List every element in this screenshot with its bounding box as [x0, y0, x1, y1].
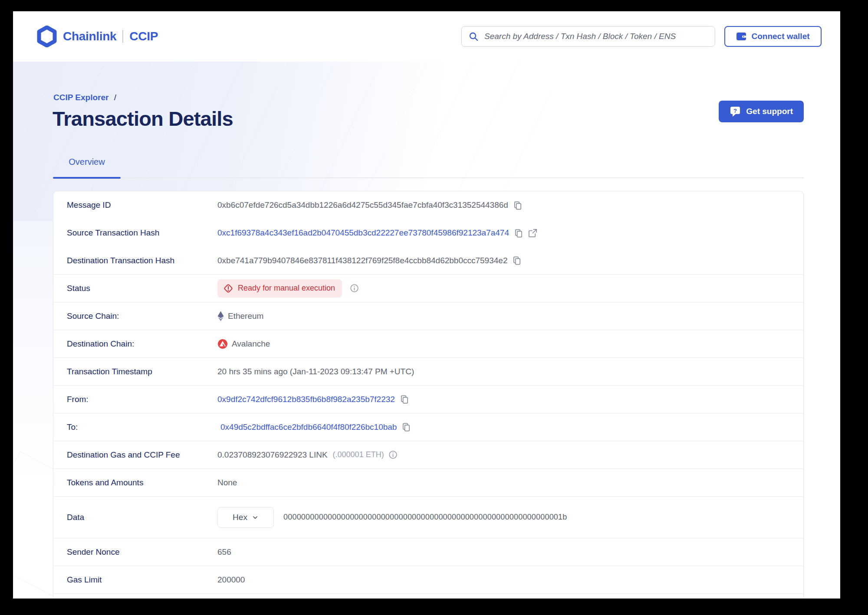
row-label: Status — [67, 284, 217, 293]
fee-link-amount: 0.023708923076922923 LINK — [217, 450, 328, 460]
source-chain-name: Ethereum — [228, 311, 263, 321]
tab-bar: Overview — [53, 154, 804, 178]
source-chain-value: Ethereum — [217, 311, 263, 321]
tokens-and-amounts-value: None — [217, 478, 237, 487]
row-source-chain: Source Chain: Ethereum — [53, 302, 803, 330]
copy-icon[interactable] — [513, 200, 523, 210]
destination-chain-name: Avalanche — [232, 339, 270, 349]
avalanche-icon — [217, 339, 228, 349]
row-label: Destination Chain: — [67, 339, 217, 349]
top-navigation-bar: Chainlink CCIP Connect wallet — [13, 11, 840, 62]
gas-limit-value: 200000 — [217, 575, 245, 585]
message-id-value: 0xb6c07efde726cd5a34dbb1226a6d4275c55d34… — [217, 200, 508, 210]
status-badge-label: Ready for manual execution — [238, 284, 335, 293]
wallet-icon — [736, 32, 746, 41]
chevron-down-icon — [252, 514, 259, 521]
row-destination-transaction-hash: Destination Transaction Hash 0xbe741a779… — [53, 247, 803, 275]
breadcrumb-separator: / — [114, 93, 116, 102]
copy-icon[interactable] — [401, 422, 411, 432]
row-label: From: — [67, 395, 217, 404]
row-clipped — [53, 594, 803, 599]
data-hex-value: 0000000000000000000000000000000000000000… — [283, 513, 567, 522]
chainlink-ccip-logo[interactable]: Chainlink CCIP — [37, 26, 158, 47]
copy-icon[interactable] — [399, 394, 409, 404]
row-label: Destination Gas and CCIP Fee — [67, 450, 217, 460]
search-input[interactable] — [461, 26, 715, 47]
connect-wallet-button[interactable]: Connect wallet — [724, 26, 822, 47]
brand-name: Chainlink — [63, 29, 116, 43]
info-icon[interactable] — [350, 284, 359, 293]
svg-text:?: ? — [733, 108, 737, 114]
row-data: Data Hex 0000000000000000000000000000000… — [53, 497, 803, 538]
source-transaction-hash-link[interactable]: 0xc1f69378a4c343ef16ad2b0470455db3cd2222… — [217, 228, 509, 238]
fee-eth-equivalent: (.000001 ETH) — [333, 450, 384, 459]
copy-icon[interactable] — [512, 255, 522, 265]
data-format-selected: Hex — [233, 513, 247, 522]
breadcrumb-ccip-explorer-link[interactable]: CCIP Explorer — [53, 93, 108, 102]
row-label: Gas Limit — [67, 575, 217, 585]
search-icon — [468, 31, 479, 43]
external-link-icon[interactable] — [528, 228, 538, 238]
row-label: Sender Nonce — [67, 547, 217, 557]
ethereum-icon — [217, 311, 224, 321]
row-from: From: 0x9df2c742dfcf9612b835fb6b8f982a23… — [53, 386, 803, 413]
row-label: To: — [67, 422, 217, 432]
row-label: Tokens and Amounts — [67, 478, 217, 487]
connect-wallet-label: Connect wallet — [751, 32, 809, 41]
from-address-link[interactable]: 0x9df2c742dfcf9612b835fb6b8f982a235b7f22… — [217, 395, 395, 404]
destination-transaction-hash-value: 0xbe741a779b9407846e837811f438122f769f25… — [217, 256, 507, 265]
tab-overview[interactable]: Overview — [53, 154, 121, 177]
row-message-id: Message ID 0xb6c07efde726cd5a34dbb1226a6… — [53, 191, 803, 219]
alert-diamond-icon — [223, 283, 233, 294]
copy-icon[interactable] — [513, 228, 523, 238]
transaction-details-card: Message ID 0xb6c07efde726cd5a34dbb1226a6… — [53, 191, 804, 599]
destination-chain-value: Avalanche — [217, 339, 270, 349]
chainlink-hexagon-icon — [37, 26, 57, 47]
hero-left-tint — [13, 221, 53, 490]
row-destination-chain: Destination Chain: Avalanche — [53, 330, 803, 358]
row-label: Message ID — [67, 200, 217, 210]
row-to: To: 0x49d5c2bdffac6ce2bfdb6640f4f80f226b… — [53, 413, 803, 441]
breadcrumb: CCIP Explorer / — [53, 93, 116, 102]
row-transaction-timestamp: Transaction Timestamp 20 hrs 35 mins ago… — [53, 358, 803, 386]
data-format-dropdown[interactable]: Hex — [217, 507, 274, 528]
sender-nonce-value: 656 — [217, 547, 231, 557]
question-chat-icon: ? — [730, 106, 741, 117]
row-status: Status Ready for manual execution — [53, 275, 803, 302]
transaction-timestamp-value: 20 hrs 35 mins ago (Jan-11-2023 09:13:47… — [217, 367, 414, 376]
brand-product: CCIP — [129, 29, 158, 43]
row-label: Data — [67, 513, 217, 522]
row-gas-limit: Gas Limit 200000 — [53, 566, 803, 594]
row-label: Destination Transaction Hash — [67, 256, 217, 265]
to-address-link[interactable]: 0x49d5c2bdffac6ce2bfdb6640f4f80f226bc10b… — [220, 422, 397, 432]
row-sender-nonce: Sender Nonce 656 — [53, 538, 803, 566]
page-title: Transaction Details — [53, 107, 233, 131]
info-icon[interactable] — [388, 450, 398, 459]
ccip-explorer-page: Chainlink CCIP Connect wallet — [13, 11, 840, 599]
row-label: Source Transaction Hash — [67, 228, 217, 238]
search-bar — [461, 26, 715, 47]
get-support-button[interactable]: ? Get support — [719, 101, 804, 122]
status-badge: Ready for manual execution — [217, 279, 342, 298]
row-label: Source Chain: — [67, 311, 217, 321]
row-destination-gas-and-ccip-fee: Destination Gas and CCIP Fee 0.023708923… — [53, 441, 803, 469]
desktop-background: { "header": { "brand": { "name": "Chainl… — [0, 0, 868, 615]
brand-divider — [122, 30, 123, 43]
row-source-transaction-hash: Source Transaction Hash 0xc1f69378a4c343… — [53, 219, 803, 247]
row-label: Transaction Timestamp — [67, 367, 217, 376]
get-support-label: Get support — [746, 107, 793, 116]
row-tokens-and-amounts: Tokens and Amounts None — [53, 469, 803, 497]
